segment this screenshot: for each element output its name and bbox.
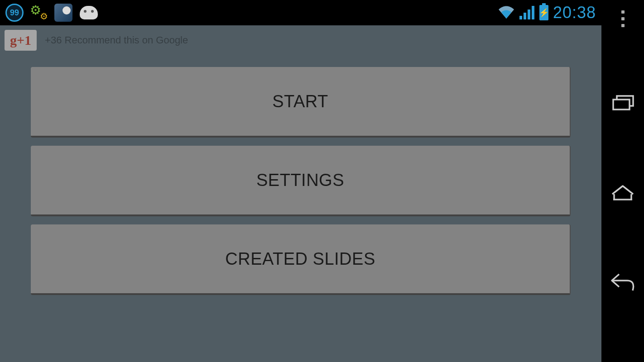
svg-rect-4 (613, 100, 630, 110)
notification-badge-99-icon: 99 (5, 4, 24, 22)
app-content: g+1 +36 Recommend this on Google START S… (0, 25, 601, 362)
status-bar-clock: 20:38 (553, 3, 596, 22)
system-nav-bar (601, 0, 644, 362)
recommend-on-google-text: +36 Recommend this on Google (45, 34, 188, 46)
recent-apps-button[interactable] (610, 90, 635, 115)
status-bar: 99 ⚡ 20:38 (0, 0, 601, 25)
screen-area: 99 ⚡ 20:38 (0, 0, 601, 362)
svg-rect-0 (519, 16, 522, 19)
back-button[interactable] (610, 270, 635, 295)
notification-android-icon (80, 6, 98, 19)
notification-app-icon (54, 4, 72, 22)
nav-buttons-group (601, 57, 644, 355)
created-slides-button[interactable]: CREATED SLIDES (31, 224, 571, 295)
svg-rect-1 (524, 13, 526, 19)
svg-rect-3 (532, 6, 534, 19)
status-bar-left: 99 (5, 4, 98, 22)
notification-gears-icon (31, 5, 47, 21)
home-icon (610, 183, 635, 201)
recent-apps-icon (611, 93, 634, 111)
cell-signal-icon (519, 6, 535, 19)
device-frame: 99 ⚡ 20:38 (0, 0, 644, 362)
battery-charging-icon: ⚡ (539, 5, 548, 20)
settings-button[interactable]: SETTINGS (31, 146, 571, 216)
google-plus-one-button[interactable]: g+1 (5, 30, 37, 51)
overflow-menu-button[interactable] (614, 7, 632, 30)
recommend-row: g+1 +36 Recommend this on Google (5, 30, 188, 51)
home-button[interactable] (610, 180, 635, 205)
wifi-icon (498, 6, 515, 19)
back-icon (610, 272, 635, 292)
start-button[interactable]: START (31, 67, 571, 138)
svg-rect-2 (528, 10, 530, 19)
status-bar-right: ⚡ 20:38 (498, 3, 596, 22)
main-menu-buttons: START SETTINGS CREATED SLIDES (31, 67, 571, 295)
